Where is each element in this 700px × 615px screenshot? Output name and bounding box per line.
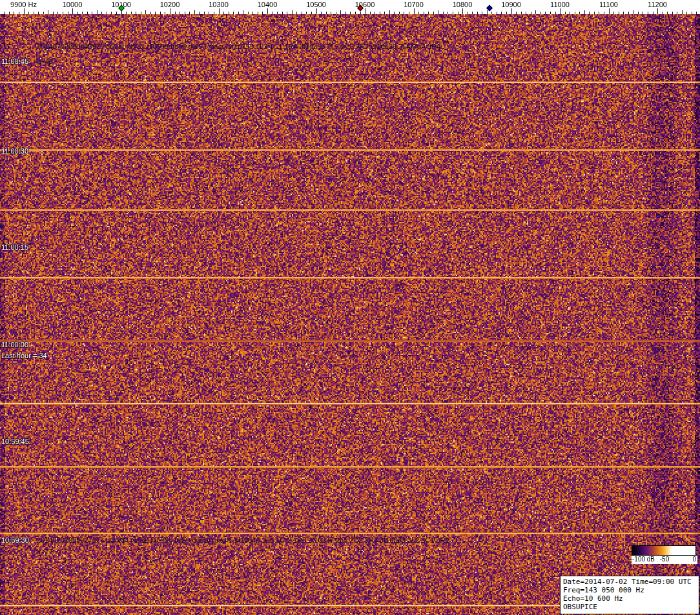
ruler-tick [306, 12, 307, 14]
ruler-tick [428, 12, 429, 14]
ruler-tick [565, 12, 566, 14]
ruler-tick [506, 12, 507, 14]
ruler-tick [404, 12, 404, 14]
ruler-tick [424, 12, 424, 14]
ruler-tick [145, 10, 146, 14]
ruler-tick [399, 12, 400, 14]
ruler-tick [418, 12, 419, 14]
event-annotation: 20140702085927476 hCnt34 nb-80 f10595 hi… [37, 536, 449, 544]
ruler-tick [155, 12, 156, 14]
ruler-tick [131, 12, 132, 14]
ruler-tick [584, 10, 585, 14]
waterfall-overlay: 11:00:4511:00:3011:00:1511:00:00Last hou… [0, 0, 700, 615]
ruler-tick [550, 12, 551, 14]
ruler-tick [448, 12, 448, 14]
ruler-tick [243, 10, 243, 14]
ruler-tick [189, 12, 190, 14]
ruler-tick [209, 12, 209, 14]
ruler-tick [48, 10, 48, 14]
ruler-tick [165, 12, 165, 14]
ruler-tick [277, 12, 278, 14]
ruler-tick [19, 12, 19, 14]
frequency-ruler: 9900 Hz100001010010200103001040010500106… [0, 0, 700, 14]
ruler-tick [384, 12, 385, 14]
colorbar-gradient [632, 545, 696, 556]
ruler-tick [579, 12, 580, 14]
ruler-tick-label: 11000 [550, 1, 570, 8]
ruler-tick [409, 12, 409, 14]
ruler-tick [4, 12, 5, 14]
ruler-tick [696, 12, 697, 14]
ruler-tick [282, 12, 283, 14]
ruler-tick [521, 12, 522, 14]
ruler-tick [82, 12, 83, 14]
ruler-tick [350, 12, 351, 14]
ruler-tick [97, 10, 98, 14]
ruler-tick [345, 12, 346, 14]
info-line-freq: Freq=143 050 000 Hz [563, 586, 696, 594]
ruler-tick [326, 12, 327, 14]
ruler-tick [638, 12, 639, 14]
ruler-tick [72, 8, 73, 14]
ruler-tick [501, 12, 502, 14]
ruler-tick [438, 10, 438, 14]
ruler-tick [219, 8, 220, 14]
ruler-tick-label: 10800 [453, 1, 473, 8]
time-label: 11:00:45 [1, 57, 28, 65]
ruler-tick [185, 12, 185, 14]
ruler-tick [136, 12, 136, 14]
ruler-tick [575, 12, 575, 14]
ruler-tick [619, 12, 619, 14]
ruler-tick [394, 12, 395, 14]
ruler-tick [545, 12, 546, 14]
ruler-tick [28, 12, 29, 14]
ruler-tick-label: 10500 [306, 1, 326, 8]
ruler-tick [180, 12, 180, 14]
ruler-tick [262, 12, 263, 14]
ruler-tick [686, 12, 687, 14]
ruler-tick [296, 12, 297, 14]
colorbar-min-label: -100 dB [632, 556, 655, 563]
ruler-tick [287, 12, 287, 14]
event-offset-tag: ^t+43 [36, 57, 53, 65]
ruler-tick [77, 12, 78, 14]
ruler-tick [511, 8, 512, 14]
ruler-tick [653, 12, 654, 14]
ruler-tick-label: 11100 [599, 1, 618, 8]
ruler-tick [443, 12, 444, 14]
ruler-tick [604, 12, 604, 14]
ruler-tick [389, 10, 390, 14]
ruler-tick [540, 12, 541, 14]
ruler-tick [535, 10, 536, 14]
ruler-tick-label: 10900 [501, 1, 521, 8]
ruler-tick [63, 12, 63, 14]
ruler-tick [692, 12, 692, 14]
ruler-tick [628, 12, 629, 14]
colorbar-labels: -100 dB -50 0 [632, 556, 697, 564]
ruler-tick [657, 8, 658, 14]
ruler-tick [311, 12, 312, 14]
ruler-tick [258, 12, 258, 14]
ruler-tick [316, 8, 317, 14]
ruler-tick [355, 12, 356, 14]
ruler-tick [648, 12, 648, 14]
ruler-tick [24, 8, 25, 14]
ruler-tick [594, 12, 595, 14]
ruler-tick [375, 12, 375, 14]
time-label: 10:59:45 [1, 438, 29, 445]
ruler-tick [302, 12, 302, 14]
ruler-tick [160, 12, 161, 14]
ruler-tick [57, 12, 58, 14]
ruler-tick [101, 12, 102, 14]
ruler-tick [38, 12, 39, 14]
time-label: Last hour = 34 [1, 352, 47, 359]
ruler-tick [170, 8, 170, 14]
ruler-tick [365, 8, 365, 14]
ruler-tick [238, 12, 239, 14]
ruler-tick [468, 12, 468, 14]
ruler-tick [43, 12, 44, 14]
ruler-tick [589, 12, 590, 14]
spectrogram-page: { "app": { "type": "radio-meteor-spectro… [0, 0, 700, 615]
colorbar-mid-label: -50 [660, 556, 669, 563]
ruler-tick [141, 12, 141, 14]
